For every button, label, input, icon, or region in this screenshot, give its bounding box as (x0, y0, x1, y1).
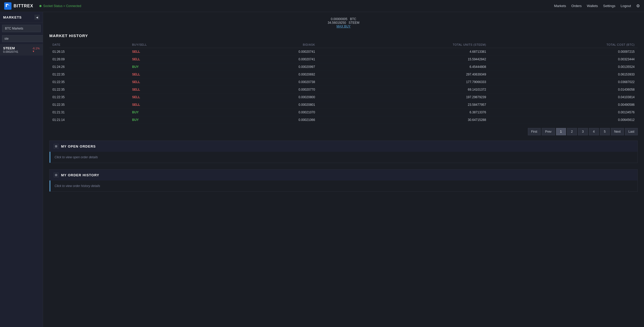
max-buy-link[interactable]: MAX BUY (336, 25, 350, 28)
nav-links: Markets Orders Wallets Settings Logout ⚙ (554, 3, 640, 8)
cell-total-units: 4.68713381 (318, 48, 489, 56)
table-row: 01:24:26 BUY 0.00020997 6.45444808 0.001… (49, 63, 638, 71)
sidebar-item-steem[interactable]: STEEM 0.00020741 -6.1% ▼ (0, 44, 43, 56)
table-row: 01:26:09 SELL 0.00020741 15.59442842 0.0… (49, 56, 638, 63)
pagination-page-5[interactable]: 5 (600, 128, 610, 135)
pagination-page-1[interactable]: 1 (556, 128, 566, 135)
pagination-page-4[interactable]: 4 (589, 128, 599, 135)
table-row: 01:22:35 SELL 0.00020770 69.14101372 0.0… (49, 86, 638, 94)
col-total-cost: TOTAL COST (BTC) (489, 42, 638, 48)
cell-total-units: 197.29879239 (318, 94, 489, 101)
sidebar-title: MARKETS (3, 15, 22, 19)
market-item-change: -6.1% ▼ (32, 47, 40, 53)
market-item-change-value: -6.1% (32, 47, 40, 50)
pagination-prev[interactable]: Prev (542, 128, 555, 135)
table-row: 01:21:31 BUY 0.00021070 6.38713376 0.001… (49, 109, 638, 116)
cell-total-cost: 0.06153933 (489, 71, 638, 78)
pagination-next[interactable]: Next (611, 128, 624, 135)
history-tbody: 01:26:15 SELL 0.00020741 4.68713381 0.00… (49, 48, 638, 124)
cell-date: 01:21:14 (49, 116, 129, 124)
pagination-page-2[interactable]: 2 (567, 128, 577, 135)
balance-info: 0.00000005 BTC 34.56019250 STEEM MAX BUY (49, 17, 638, 28)
nav-logout[interactable]: Logout (621, 4, 631, 8)
market-item-name: STEEM (3, 46, 18, 50)
open-orders-header[interactable]: ⊞ MY OPEN ORDERS (50, 141, 637, 152)
cell-date: 01:22:35 (49, 86, 129, 94)
sidebar: MARKETS ◀ BTC Markets ETH Markets USDT M… (0, 12, 43, 327)
col-total-units: TOTAL UNITS (STEEM) (318, 42, 489, 48)
cell-total-cost: 0.00097215 (489, 48, 638, 56)
steem-balance: 34.56019250 STEEM (49, 21, 638, 25)
cell-type: SELL (129, 94, 220, 101)
cell-total-cost: 0.00134576 (489, 109, 638, 116)
top-nav: BITTREX Socket Status = Connected Market… (0, 0, 644, 12)
table-row: 01:21:14 BUY 0.00021066 30.64715288 0.00… (49, 116, 638, 124)
cell-date: 01:26:15 (49, 48, 129, 56)
steem-amount: 34.56019250 (328, 21, 346, 25)
sidebar-header: MARKETS ◀ (0, 12, 43, 23)
cell-total-cost: 0.00135524 (489, 63, 638, 71)
cell-date: 01:22:35 (49, 71, 129, 78)
cell-total-units: 6.38713376 (318, 109, 489, 116)
cell-bid-ask: 0.00020741 (220, 48, 318, 56)
nav-settings[interactable]: Settings (603, 4, 615, 8)
market-history-table: DATE BUY/SELL BID/ASK TOTAL UNITS (STEEM… (49, 42, 638, 124)
nav-wallets[interactable]: Wallets (587, 4, 598, 8)
btc-amount: 0.00000005 (331, 17, 347, 21)
market-select[interactable]: BTC Markets ETH Markets USDT Markets (2, 25, 41, 32)
socket-status: Socket Status = Connected (39, 4, 81, 8)
search-area: ▲ (2, 35, 41, 42)
cell-type: SELL (129, 78, 220, 86)
open-orders-title: MY OPEN ORDERS (61, 144, 96, 148)
socket-status-text: Socket Status = Connected (43, 4, 81, 8)
table-row: 01:22:35 SELL 0.00020801 23.58477957 0.0… (49, 101, 638, 109)
cell-bid-ask: 0.00020692 (220, 71, 318, 78)
cell-total-cost: 0.04103814 (489, 94, 638, 101)
table-row: 01:22:35 SELL 0.00020738 177.79066333 0.… (49, 78, 638, 86)
cell-type: SELL (129, 71, 220, 78)
search-input[interactable] (2, 35, 46, 42)
cell-type: SELL (129, 86, 220, 94)
btc-label: BTC (350, 17, 356, 21)
cell-total-units: 15.59442842 (318, 56, 489, 63)
cell-bid-ask: 0.00020738 (220, 78, 318, 86)
cell-date: 01:26:09 (49, 56, 129, 63)
cell-date: 01:24:26 (49, 63, 129, 71)
cell-total-cost: 0.00645612 (489, 116, 638, 124)
cell-date: 01:22:35 (49, 94, 129, 101)
cell-type: SELL (129, 56, 220, 63)
nav-orders[interactable]: Orders (571, 4, 582, 8)
market-item-info: STEEM 0.00020741 (3, 46, 18, 53)
pagination-page-3[interactable]: 3 (578, 128, 588, 135)
order-history-expand-icon: ⊞ (54, 173, 58, 177)
market-history-section: MARKET HISTORY DATE BUY/SELL BID/ASK TOT… (49, 33, 638, 135)
order-history-body: Click to view order history details (50, 180, 637, 191)
open-orders-body: Click to view open order details (50, 152, 637, 163)
table-row: 01:26:15 SELL 0.00020741 4.68713381 0.00… (49, 48, 638, 56)
settings-gear-icon[interactable]: ⚙ (636, 3, 640, 8)
nav-markets[interactable]: Markets (554, 4, 566, 8)
cell-bid-ask: 0.00020801 (220, 101, 318, 109)
sidebar-collapse-button[interactable]: ◀ (34, 15, 40, 20)
table-row: 01:22:35 SELL 0.00020692 297.40639349 0.… (49, 71, 638, 78)
cell-total-cost: 0.03687022 (489, 78, 638, 86)
socket-status-dot (39, 5, 41, 7)
btc-balance: 0.00000005 BTC (49, 17, 638, 21)
brand-name: BITTREX (14, 4, 33, 8)
cell-bid-ask: 0.00020770 (220, 86, 318, 94)
cell-total-cost: 0.00490586 (489, 101, 638, 109)
open-orders-expand-icon: ⊞ (54, 144, 58, 149)
market-item-price: 0.00020741 (3, 50, 18, 53)
content-area: 0.00000005 BTC 34.56019250 STEEM MAX BUY… (43, 12, 644, 327)
cell-bid-ask: 0.00021066 (220, 116, 318, 124)
pagination-last[interactable]: Last (625, 128, 638, 135)
order-history-header[interactable]: ⊞ MY ORDER HISTORY (50, 170, 637, 180)
col-bid-ask: BID/ASK (220, 42, 318, 48)
table-row: 01:22:35 SELL 0.00020800 197.29879239 0.… (49, 94, 638, 101)
cell-type: SELL (129, 101, 220, 109)
market-item-arrow: ▼ (32, 50, 40, 53)
cell-bid-ask: 0.00020997 (220, 63, 318, 71)
open-orders-placeholder: Click to view open order details (50, 152, 637, 163)
pagination-first[interactable]: First (528, 128, 541, 135)
cell-bid-ask: 0.00021070 (220, 109, 318, 116)
